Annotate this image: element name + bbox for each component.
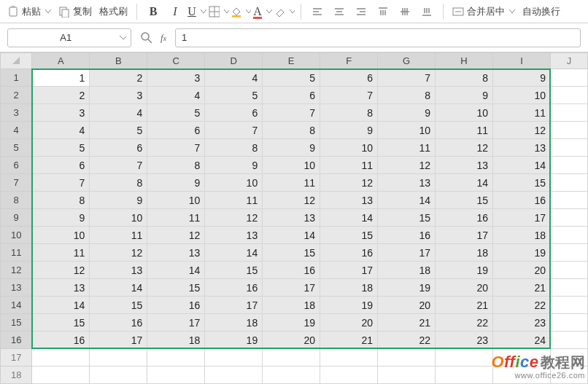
cell[interactable]: 11 xyxy=(493,104,551,122)
cell[interactable]: 19 xyxy=(493,244,551,262)
cell[interactable]: 18 xyxy=(147,332,205,349)
cell[interactable]: 14 xyxy=(320,209,378,227)
row-header[interactable]: 3 xyxy=(1,104,32,122)
format-painter-button[interactable]: 格式刷 xyxy=(96,2,131,21)
grid[interactable]: ABCDEFGHIJ112345678922345678910334567891… xyxy=(0,52,588,384)
row-header[interactable]: 12 xyxy=(1,262,32,279)
cell[interactable]: 15 xyxy=(32,314,90,332)
column-header[interactable]: B xyxy=(90,53,147,69)
cell[interactable]: 8 xyxy=(205,139,263,157)
cell[interactable]: 5 xyxy=(90,122,147,139)
cell[interactable]: 6 xyxy=(263,87,320,104)
copy-button[interactable]: 复制 xyxy=(55,2,95,21)
cell[interactable] xyxy=(551,349,588,367)
cell[interactable]: 17 xyxy=(147,314,205,332)
cell[interactable]: 11 xyxy=(436,122,493,139)
cell[interactable]: 7 xyxy=(32,174,90,192)
cell[interactable] xyxy=(320,367,378,384)
cell[interactable]: 18 xyxy=(436,244,493,262)
cell[interactable]: 22 xyxy=(436,314,493,332)
cell[interactable]: 10 xyxy=(436,104,493,122)
cell[interactable] xyxy=(551,209,588,227)
paste-button[interactable]: 粘贴 xyxy=(4,2,54,21)
cell[interactable]: 3 xyxy=(147,69,205,87)
cell[interactable]: 10 xyxy=(378,122,436,139)
eraser-button[interactable] xyxy=(274,2,295,21)
cell[interactable]: 7 xyxy=(378,69,436,87)
cell[interactable] xyxy=(551,297,588,314)
cell[interactable] xyxy=(90,367,147,384)
cell[interactable]: 11 xyxy=(90,227,147,244)
column-header[interactable]: D xyxy=(205,53,263,69)
row-header[interactable]: 4 xyxy=(1,122,32,139)
cell[interactable]: 7 xyxy=(263,104,320,122)
cell[interactable]: 8 xyxy=(32,192,90,209)
cell[interactable] xyxy=(551,367,588,384)
cell[interactable]: 19 xyxy=(378,279,436,297)
cell[interactable]: 1 xyxy=(32,69,90,87)
cell[interactable]: 5 xyxy=(32,139,90,157)
fill-color-button[interactable] xyxy=(231,2,251,21)
cell[interactable]: 24 xyxy=(493,332,551,349)
cell[interactable]: 11 xyxy=(147,209,205,227)
cell[interactable]: 15 xyxy=(90,297,147,314)
cell[interactable]: 13 xyxy=(378,174,436,192)
cell[interactable]: 4 xyxy=(32,122,90,139)
cell[interactable]: 9 xyxy=(205,157,263,174)
column-header[interactable]: G xyxy=(378,53,436,69)
cell[interactable] xyxy=(551,104,588,122)
cell[interactable]: 4 xyxy=(90,104,147,122)
cell[interactable]: 8 xyxy=(320,104,378,122)
cell[interactable]: 9 xyxy=(378,104,436,122)
borders-button[interactable] xyxy=(209,2,229,21)
cell[interactable]: 16 xyxy=(320,244,378,262)
cell[interactable] xyxy=(551,69,588,87)
name-box-input[interactable] xyxy=(12,32,120,43)
cell[interactable] xyxy=(32,367,90,384)
cell[interactable]: 10 xyxy=(320,139,378,157)
cell[interactable]: 2 xyxy=(90,69,147,87)
row-header[interactable]: 2 xyxy=(1,87,32,104)
cell[interactable] xyxy=(551,227,588,244)
cell[interactable]: 8 xyxy=(436,69,493,87)
cell[interactable]: 14 xyxy=(32,297,90,314)
cell[interactable]: 9 xyxy=(263,139,320,157)
cell[interactable]: 20 xyxy=(493,262,551,279)
cell[interactable]: 20 xyxy=(320,314,378,332)
cell[interactable]: 13 xyxy=(263,209,320,227)
cell[interactable] xyxy=(32,349,90,367)
fx-icon[interactable]: fx xyxy=(160,32,166,44)
cell[interactable]: 21 xyxy=(493,279,551,297)
cell[interactable] xyxy=(436,349,493,367)
cell[interactable]: 14 xyxy=(205,244,263,262)
cell[interactable]: 13 xyxy=(147,244,205,262)
cell[interactable]: 22 xyxy=(378,332,436,349)
cell[interactable]: 13 xyxy=(493,139,551,157)
row-header[interactable]: 11 xyxy=(1,244,32,262)
underline-button[interactable]: U xyxy=(187,2,207,21)
auto-wrap-button[interactable]: 自动换行 xyxy=(519,2,563,21)
cell[interactable]: 14 xyxy=(493,157,551,174)
cell[interactable]: 15 xyxy=(493,174,551,192)
cell[interactable]: 9 xyxy=(320,122,378,139)
cell[interactable]: 12 xyxy=(205,209,263,227)
cell[interactable] xyxy=(551,87,588,104)
font-color-button[interactable]: A xyxy=(252,2,273,21)
cell[interactable] xyxy=(263,367,320,384)
cell[interactable]: 19 xyxy=(436,262,493,279)
cell[interactable] xyxy=(551,157,588,174)
formula-input-wrap[interactable] xyxy=(175,28,581,47)
cell[interactable]: 9 xyxy=(436,87,493,104)
cell[interactable]: 10 xyxy=(147,192,205,209)
cell[interactable]: 13 xyxy=(436,157,493,174)
cell[interactable]: 11 xyxy=(205,192,263,209)
cell[interactable]: 5 xyxy=(263,69,320,87)
column-header[interactable]: E xyxy=(263,53,320,69)
zoom-icon[interactable] xyxy=(140,31,153,44)
cell[interactable] xyxy=(551,332,588,349)
align-top-button[interactable] xyxy=(373,2,393,21)
cell[interactable]: 14 xyxy=(147,262,205,279)
cell[interactable] xyxy=(493,349,551,367)
cell[interactable]: 15 xyxy=(378,209,436,227)
cell[interactable]: 7 xyxy=(205,122,263,139)
